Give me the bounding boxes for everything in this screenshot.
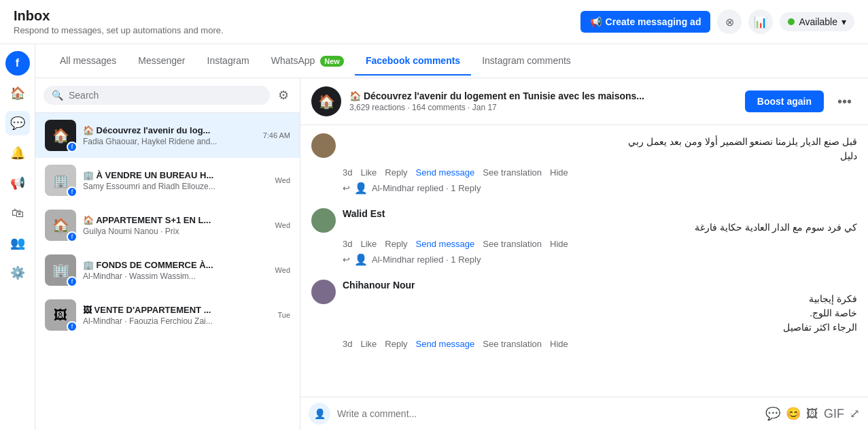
reply-arrow-icon: ↩ (343, 254, 350, 265)
input-user-avatar: 👤 (309, 403, 330, 425)
comment-item: Chihanour Nour فكرة إيجابية خاصة اللوج. … (311, 280, 857, 349)
comment-avatar (311, 133, 336, 158)
see-translation-action[interactable]: See translation (483, 167, 542, 178)
message-time: Wed (275, 266, 290, 274)
comment-item: قبل صنع الديار يلزمنا نصنعو الضمير أولا … (311, 133, 857, 195)
conversation-meta: 3,629 reactions · 164 comments · Jan 17 (349, 103, 737, 112)
comment-body: Walid Est كي فرد سوم مع الدار العادية حك… (343, 208, 857, 266)
comments-area: قبل صنع الديار يلزمنا نصنعو الضمير أولا … (300, 125, 868, 397)
image-icon-button[interactable]: 🖼 (806, 407, 818, 421)
reply-action[interactable]: Reply (385, 167, 407, 178)
header-left: Inbox Respond to messages, set up automa… (14, 8, 580, 35)
page-header: Inbox Respond to messages, set up automa… (0, 0, 868, 44)
message-content: 🖼 VENTE D'APPARTEMENT ... Al-Mindhar · F… (83, 305, 268, 326)
settings-icon-button[interactable]: ⊗ (717, 10, 742, 34)
conversation-header: 🏠 🏠 Découvrez l'avenir du logement en Tu… (300, 78, 868, 125)
message-content: 🏢 FONDS DE COMMERCE À... Al-Mindhar · Wa… (83, 260, 266, 281)
boost-again-button[interactable]: Boost again (745, 90, 824, 112)
status-dot (788, 18, 795, 25)
reply-action[interactable]: Reply (385, 239, 407, 249)
whatsapp-new-badge: New (320, 56, 344, 67)
more-options-button[interactable]: ••• (832, 91, 857, 112)
message-title: 🏠 Découvrez l'avenir du log... (83, 125, 254, 135)
replied-avatar-icon: 👤 (354, 253, 368, 266)
message-preview: Fadia Ghaouar, Haykel Ridene and... (83, 137, 254, 146)
available-status-button[interactable]: Available ▾ (780, 12, 854, 31)
nav-icon-shop[interactable]: 🛍 (5, 201, 30, 225)
message-list-panel: 🔍 ⚙ 🏠 f 🏠 Découvrez l'avenir du log... (35, 78, 300, 430)
see-translation-action[interactable]: See translation (483, 339, 542, 349)
left-navigation: f 🏠 💬 🔔 📢 🛍 👥 ⚙️ (0, 44, 35, 430)
reply-action[interactable]: Reply (385, 339, 407, 349)
nav-icon-notifications[interactable]: 🔔 (5, 141, 30, 165)
search-icon: 🔍 (52, 90, 63, 101)
tab-instagram[interactable]: Instagram (196, 47, 260, 76)
hide-action[interactable]: Hide (550, 239, 568, 249)
send-message-action[interactable]: Send message (416, 339, 475, 349)
conversation-panel: 🏠 🏠 Découvrez l'avenir du logement en Tu… (300, 78, 868, 430)
nav-icon-home[interactable]: 🏠 (5, 81, 30, 105)
main-layout: f 🏠 💬 🔔 📢 🛍 👥 ⚙️ All messages Messenger … (0, 44, 868, 430)
bar-chart-icon: 📊 (754, 16, 767, 29)
nav-icon-search-people[interactable]: 👥 (5, 231, 30, 255)
message-preview: Samy Essoumri and Riadh Ellouze... (83, 182, 266, 191)
stats-icon-button[interactable]: 📊 (748, 10, 773, 34)
nav-icon-inbox[interactable]: 💬 (5, 111, 30, 135)
message-title: 🏢 FONDS DE COMMERCE À... (83, 260, 266, 270)
facebook-badge: f (67, 186, 77, 197)
like-action[interactable]: Like (360, 239, 377, 249)
message-time: 7:46 AM (263, 131, 290, 139)
comment-body: Chihanour Nour فكرة إيجابية خاصة اللوج. … (343, 280, 857, 349)
chat-bubble-icon-button[interactable]: 💬 (765, 406, 780, 421)
facebook-badge: f (67, 276, 77, 287)
comment-actions: 3d Like Reply Send message See translati… (343, 339, 857, 349)
replied-avatar-icon: 👤 (354, 182, 368, 195)
message-item[interactable]: 🏠 f 🏠 Découvrez l'avenir du log... Fadia… (35, 113, 300, 158)
facebook-badge: f (67, 231, 77, 242)
tab-messenger[interactable]: Messenger (127, 47, 196, 76)
hide-action[interactable]: Hide (550, 167, 568, 178)
search-input[interactable] (69, 90, 262, 101)
message-preview: Al-Mindhar · Faouzia Ferchiou Zai... (83, 316, 268, 326)
header-right: 📢 Create messaging ad ⊗ 📊 Available ▾ (580, 10, 854, 34)
nav-icon-gear[interactable]: ⚙️ (5, 261, 30, 285)
comment-avatar (311, 280, 336, 304)
message-item[interactable]: 🏢 f 🏢 FONDS DE COMMERCE À... Al-Mindhar … (35, 248, 300, 293)
comment-avatar (311, 208, 336, 233)
filter-button[interactable]: ⚙ (275, 85, 292, 105)
gif-icon-button[interactable]: GIF (824, 407, 844, 421)
expand-icon-button[interactable]: ⤢ (850, 406, 860, 421)
content-area: All messages Messenger Instagram WhatsAp… (35, 44, 868, 430)
hide-action[interactable]: Hide (550, 339, 568, 349)
nav-icon-ads[interactable]: 📢 (5, 171, 30, 195)
message-item[interactable]: 🏢 f 🏢 À VENDRE UN BUREAU H... Samy Essou… (35, 158, 300, 203)
message-time: Tue (277, 311, 290, 319)
facebook-badge: f (67, 142, 77, 152)
like-action[interactable]: Like (360, 339, 377, 349)
megaphone-icon: 📢 (590, 16, 602, 27)
tab-facebook-comments[interactable]: Facebook comments (355, 47, 471, 76)
replied-text[interactable]: Al-Mindhar replied · 1 Reply (372, 183, 481, 193)
two-panel-area: 🔍 ⚙ 🏠 f 🏠 Découvrez l'avenir du log... (35, 78, 868, 430)
message-time: Wed (275, 221, 290, 229)
replied-info: ↩ 👤 Al-Mindhar replied · 1 Reply (343, 182, 857, 195)
message-item[interactable]: 🏠 f 🏠 APPARTEMENT S+1 EN L... Guilya Nou… (35, 203, 300, 248)
comment-body: قبل صنع الديار يلزمنا نصنعو الضمير أولا … (343, 133, 857, 195)
create-ad-button[interactable]: 📢 Create messaging ad (580, 11, 711, 33)
like-action[interactable]: Like (360, 167, 377, 178)
avatar-wrap: 🏢 f (45, 165, 76, 196)
comment-time: 3d (343, 239, 352, 249)
send-message-action[interactable]: Send message (416, 239, 475, 249)
comment-input[interactable] (337, 408, 759, 419)
tab-all-messages[interactable]: All messages (49, 47, 127, 76)
tab-whatsapp[interactable]: WhatsApp New (260, 47, 355, 76)
tab-instagram-comments[interactable]: Instagram comments (471, 47, 582, 76)
message-item[interactable]: 🖼 f 🖼 VENTE D'APPARTEMENT ... Al-Mindhar… (35, 293, 300, 337)
replied-info: ↩ 👤 Al-Mindhar replied · 1 Reply (343, 253, 857, 266)
comment-item: Walid Est كي فرد سوم مع الدار العادية حك… (311, 208, 857, 266)
emoji-icon-button[interactable]: 😊 (786, 406, 801, 421)
replied-text[interactable]: Al-Mindhar replied · 1 Reply (372, 254, 481, 265)
see-translation-action[interactable]: See translation (483, 239, 542, 249)
app-logo: f (5, 51, 30, 76)
send-message-action[interactable]: Send message (416, 167, 475, 178)
